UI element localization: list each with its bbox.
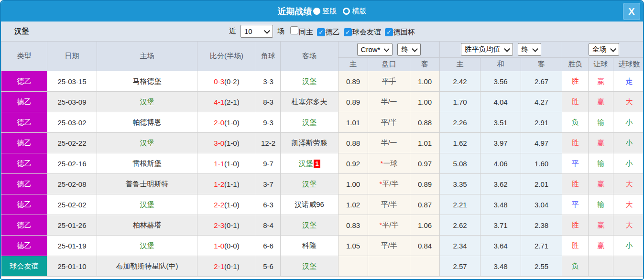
results-table: 类型 日期 主场 比分(半场) 角球 客场 Crow* 终 xyxy=(1,41,644,277)
cell-avg-home: 3.35 xyxy=(440,174,480,194)
checkbox-2[interactable]: ✓ xyxy=(344,28,352,36)
cell-score: 2-0(1-0) xyxy=(197,112,256,133)
checkbox-1[interactable]: ✓ xyxy=(317,28,325,36)
cell-date: 25-03-15 xyxy=(47,71,97,92)
avg-state-select[interactable]: 终 xyxy=(518,43,541,56)
score-fulltime: 2-1 xyxy=(214,262,224,270)
cell-corners: 5-6 xyxy=(256,256,281,277)
cell-avg-away: 2.67 xyxy=(521,71,562,92)
cell-type: 德乙 xyxy=(1,133,47,153)
cell-type: 德乙 xyxy=(1,215,47,236)
cell-handicap: *一球 xyxy=(368,153,410,174)
cell-date: 25-03-09 xyxy=(47,92,97,112)
cell-avg-away: 2.01 xyxy=(521,174,562,194)
cell-type: 德乙 xyxy=(1,92,47,112)
bookmaker-select[interactable]: Crow* xyxy=(357,43,393,56)
avg-odds-select-value: 胜平负均值 xyxy=(465,45,501,54)
cell-handicap-result xyxy=(589,256,613,277)
score-fulltime: 0-3 xyxy=(214,77,224,86)
cell-type: 球会友谊 xyxy=(1,256,47,277)
score-halftime: (1-1) xyxy=(224,180,240,188)
score-halftime: (0-2) xyxy=(224,77,240,86)
filter-bar: 汉堡 近 10 场 同主✓德乙✓球会友谊✓德国杯 xyxy=(1,22,643,41)
cell-odds-away: 0.84 xyxy=(410,236,440,256)
cell-away-team: 科隆 xyxy=(281,236,338,256)
sub-header-avg-draw: 和 xyxy=(480,58,521,71)
cell-result: 负 xyxy=(562,256,589,277)
cell-odds-home: 1.05 xyxy=(338,236,368,256)
away-team-name: 凯泽斯劳滕 xyxy=(292,139,327,147)
avg-controls-cell: 胜平负均值 终 xyxy=(440,42,562,58)
horizontal-radio-label[interactable]: 横版 xyxy=(352,7,367,16)
cell-corners: 9-3 xyxy=(256,112,281,133)
scope-controls-cell: 全场 xyxy=(562,42,644,58)
cell-avg-draw: 4.06 xyxy=(480,153,521,174)
vertical-radio-label[interactable]: 竖版 xyxy=(323,7,337,16)
cell-odds-home: 1.02 xyxy=(338,194,368,215)
cell-home-team: 普鲁士明斯特 xyxy=(97,174,197,194)
star-mark: * xyxy=(379,180,382,188)
cell-handicap: 半/一 xyxy=(368,92,410,112)
checkbox-0[interactable] xyxy=(290,26,298,34)
cell-odds-away: 0.88 xyxy=(410,112,440,133)
checkbox-label[interactable]: 德乙 xyxy=(326,28,340,36)
cell-handicap-result: 赢 xyxy=(589,236,613,256)
checkbox-label[interactable]: 球会友谊 xyxy=(352,28,381,36)
close-button[interactable]: X xyxy=(623,3,640,20)
title-bar: 近期战绩 竖版 横版 X xyxy=(1,1,643,22)
away-team-name: 汉堡 xyxy=(302,180,317,188)
cell-home-team: 马格德堡 xyxy=(97,71,197,92)
away-team-name: 汉堡 xyxy=(302,262,317,270)
cell-odds-home: 0.92 xyxy=(338,153,368,174)
chevron-down-icon xyxy=(412,46,418,52)
score-halftime: (0-1) xyxy=(224,221,240,229)
bookmaker-state-select[interactable]: 终 xyxy=(397,43,421,56)
cell-goals: 小 xyxy=(613,133,644,153)
cell-result: 胜 xyxy=(562,92,589,112)
cell-date: 25-01-10 xyxy=(47,256,97,277)
cell-avg-draw: 3.62 xyxy=(480,174,521,194)
bookmaker-select-value: Crow* xyxy=(361,45,381,54)
cell-handicap-result: 赢 xyxy=(589,215,613,236)
cell-handicap-result: 输 xyxy=(589,153,613,174)
cell-type: 德乙 xyxy=(1,236,47,256)
cell-avg-home: 2.34 xyxy=(440,236,480,256)
cell-result: 胜 xyxy=(562,71,589,92)
checkbox-label[interactable]: 同主 xyxy=(299,28,313,36)
cell-avg-home: 1.62 xyxy=(440,133,480,153)
checkbox-3[interactable]: ✓ xyxy=(385,28,393,36)
vertical-radio-icon[interactable] xyxy=(313,8,320,15)
cell-handicap-result: 赢 xyxy=(589,92,613,112)
cell-home-team: 柏林赫塔 xyxy=(97,215,197,236)
table-row: 德乙25-02-16雷根斯堡1-1(1-0)9-7汉堡10.92*一球0.975… xyxy=(1,153,644,174)
red-card-badge: 1 xyxy=(314,160,320,168)
away-team-name: 汉诺威96 xyxy=(295,200,324,208)
cell-home-team: 汉堡 xyxy=(97,92,197,112)
star-mark: * xyxy=(379,221,382,229)
checkbox-label[interactable]: 德国杯 xyxy=(393,28,415,36)
sub-header-result: 胜负 xyxy=(562,58,589,71)
cell-handicap: 平/半 xyxy=(368,112,410,133)
cell-home-team: 汉堡 xyxy=(97,236,197,256)
horizontal-radio-icon[interactable] xyxy=(343,8,350,15)
chevron-down-icon xyxy=(384,46,390,52)
score-halftime: (1-0) xyxy=(224,160,240,168)
col-header-type: 类型 xyxy=(1,42,47,71)
away-team-name: 科隆 xyxy=(302,241,317,249)
recent-results-window: 近期战绩 竖版 横版 X 汉堡 近 10 场 同主✓德乙✓球会友谊✓德国杯 xyxy=(0,0,644,280)
cell-handicap-result: 输 xyxy=(589,194,613,215)
check-icon: ✓ xyxy=(386,29,392,35)
cell-avg-away: 4.97 xyxy=(521,133,562,153)
cell-avg-draw: 4.04 xyxy=(480,92,521,112)
score-fulltime: 3-0 xyxy=(214,139,224,147)
col-header-home: 主场 xyxy=(97,42,197,71)
bookmaker-state-value: 终 xyxy=(401,45,408,54)
avg-odds-select[interactable]: 胜平负均值 xyxy=(461,43,513,56)
cell-handicap-result: 赢 xyxy=(589,71,613,92)
cell-score: 2-2(1-0) xyxy=(197,194,256,215)
cell-away-team: 汉堡 xyxy=(281,112,338,133)
check-icon: ✓ xyxy=(318,29,324,35)
match-count-select[interactable]: 10 xyxy=(240,25,273,38)
team-name: 汉堡 xyxy=(14,27,29,36)
scope-select[interactable]: 全场 xyxy=(589,43,619,56)
